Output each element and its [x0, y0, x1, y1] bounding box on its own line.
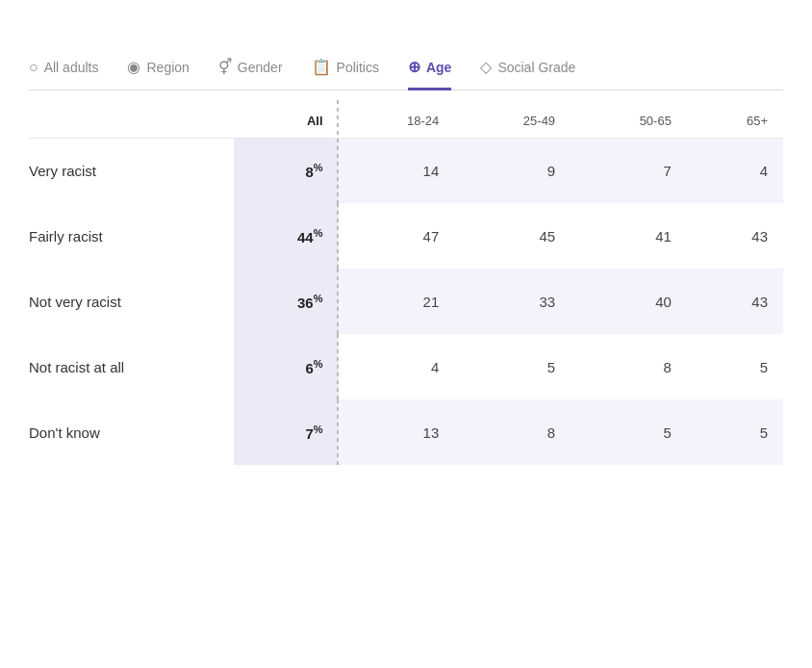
cell-all-1: 44% — [234, 203, 338, 269]
cell-50-65-0: 7 — [571, 138, 687, 203]
cell-all-4: 7% — [234, 399, 338, 465]
all-adults-icon: ○ — [29, 59, 38, 76]
region-icon: ◉ — [127, 58, 140, 76]
cell-18-24-0: 14 — [339, 138, 455, 203]
cell-50-65-4: 5 — [571, 399, 687, 465]
cell-18-24-3: 4 — [339, 334, 455, 399]
cell-all-3: 6% — [234, 334, 338, 399]
table-row: Fairly racist44%47454143 — [29, 203, 783, 269]
cell-65plus-2: 43 — [687, 269, 783, 334]
col-header-all: All — [234, 100, 338, 139]
region-label: Region — [146, 60, 189, 75]
cell-label-0: Very racist — [29, 138, 234, 203]
cell-25-49-1: 45 — [454, 203, 571, 269]
tab-gender[interactable]: ⚥Gender — [218, 58, 283, 90]
table-header: All18-2425-4950-6565+ — [29, 100, 783, 139]
cell-25-49-3: 5 — [454, 334, 571, 399]
cell-18-24-2: 21 — [339, 269, 455, 334]
cell-50-65-1: 41 — [571, 203, 687, 269]
cell-25-49-4: 8 — [454, 399, 571, 465]
col-header-25-49: 25-49 — [454, 100, 571, 139]
age-icon: ⊕ — [408, 58, 420, 76]
cell-25-49-0: 9 — [454, 138, 571, 203]
cell-label-1: Fairly racist — [29, 203, 234, 269]
age-label: Age — [426, 60, 451, 75]
social-grade-label: Social Grade — [497, 60, 575, 75]
cell-65plus-3: 5 — [687, 334, 783, 399]
politics-icon: 📋 — [312, 58, 331, 76]
col-header-label — [29, 100, 234, 139]
tab-age[interactable]: ⊕Age — [408, 58, 451, 90]
table-row: Not racist at all6%4585 — [29, 334, 783, 399]
cell-label-3: Not racist at all — [29, 334, 234, 399]
cell-50-65-2: 40 — [571, 269, 687, 334]
col-header-65plus: 65+ — [687, 100, 783, 139]
header-row: All18-2425-4950-6565+ — [29, 100, 783, 139]
tab-region[interactable]: ◉Region — [127, 58, 189, 90]
cell-all-2: 36% — [234, 269, 338, 334]
tab-politics[interactable]: 📋Politics — [312, 58, 379, 90]
gender-label: Gender — [238, 60, 283, 75]
cell-all-0: 8% — [234, 138, 338, 203]
table-row: Don't know7%13855 — [29, 399, 783, 465]
col-header-50-65: 50-65 — [571, 100, 687, 139]
social-grade-icon: ◇ — [480, 58, 492, 76]
cell-65plus-4: 5 — [687, 399, 783, 465]
table-row: Not very racist36%21334043 — [29, 269, 783, 334]
all-adults-label: All adults — [44, 60, 99, 75]
col-header-18-24: 18-24 — [339, 100, 455, 139]
tab-all-adults[interactable]: ○All adults — [29, 59, 98, 90]
cell-50-65-3: 8 — [571, 334, 687, 399]
tab-social-grade[interactable]: ◇Social Grade — [480, 58, 575, 90]
cell-label-4: Don't know — [29, 399, 234, 465]
cell-label-2: Not very racist — [29, 269, 234, 334]
data-table: All18-2425-4950-6565+ Very racist8%14974… — [29, 100, 783, 466]
data-table-wrapper: All18-2425-4950-6565+ Very racist8%14974… — [29, 100, 783, 466]
politics-label: Politics — [337, 60, 379, 75]
filter-tabs: ○All adults◉Region⚥Gender📋Politics⊕Age◇S… — [29, 58, 783, 90]
cell-65plus-1: 43 — [687, 203, 783, 269]
gender-icon: ⚥ — [218, 58, 232, 76]
cell-18-24-1: 47 — [339, 203, 455, 269]
table-row: Very racist8%14974 — [29, 138, 783, 203]
cell-25-49-2: 33 — [454, 269, 571, 334]
cell-18-24-4: 13 — [339, 399, 455, 465]
table-body: Very racist8%14974Fairly racist44%474541… — [29, 138, 783, 465]
cell-65plus-0: 4 — [687, 138, 783, 203]
